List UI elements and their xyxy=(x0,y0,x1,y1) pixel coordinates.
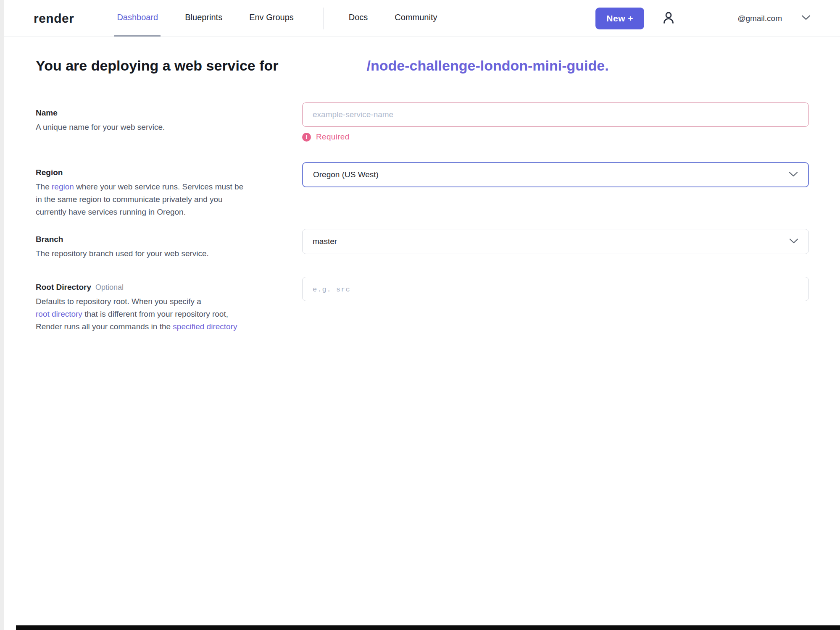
page-title: You are deploying a web service for/node… xyxy=(36,56,809,75)
region-doc-link[interactable]: region xyxy=(52,182,74,191)
root-directory-desc-text: Render runs all your commands in the xyxy=(36,322,173,331)
name-label: Name xyxy=(36,108,275,118)
redacted-username xyxy=(730,17,737,20)
region-field-info: Region The region where your web service… xyxy=(36,162,275,218)
page-title-text: You are deploying a web service for xyxy=(36,58,279,74)
name-description: A unique name for your web service. xyxy=(36,121,275,134)
branch-selected-value: master xyxy=(313,237,337,246)
user-menu-button[interactable] xyxy=(661,10,676,27)
root-directory-input[interactable] xyxy=(302,277,809,301)
branch-field-info: Branch The repository branch used for yo… xyxy=(36,229,275,260)
root-directory-label-text: Root Directory xyxy=(36,283,91,291)
region-desc-text: currently have services running in Orego… xyxy=(36,207,186,216)
name-error-text: Required xyxy=(316,132,350,142)
region-field-controls: Oregon (US West) xyxy=(302,162,809,218)
region-selected-value: Oregon (US West) xyxy=(313,170,379,179)
branch-select[interactable]: master xyxy=(302,229,809,254)
nav-item-docs[interactable]: Docs xyxy=(346,0,371,37)
nav-item-blueprints[interactable]: Blueprints xyxy=(182,0,225,37)
nav-item-env-groups[interactable]: Env Groups xyxy=(247,0,296,37)
nav-divider xyxy=(323,8,324,29)
account-dropdown[interactable]: @gmail.com xyxy=(730,14,811,23)
deploy-web-service-page: You are deploying a web service for/node… xyxy=(0,56,840,333)
region-select[interactable]: Oregon (US West) xyxy=(302,162,809,187)
root-directory-description: Defaults to repository root. When you sp… xyxy=(36,295,275,333)
optional-tag: Optional xyxy=(95,283,124,291)
region-desc-text: in the same region to communicate privat… xyxy=(36,195,223,204)
root-directory-field-info: Root DirectoryOptional Defaults to repos… xyxy=(36,277,275,333)
form-row-root-directory: Root DirectoryOptional Defaults to repos… xyxy=(36,277,809,333)
root-directory-desc-text: that is different from your repository r… xyxy=(82,310,228,318)
form-row-region: Region The region where your web service… xyxy=(36,162,809,218)
branch-field-controls: master xyxy=(302,229,809,260)
top-navigation: render Dashboard Blueprints Env Groups D… xyxy=(0,0,840,37)
region-label: Region xyxy=(36,168,275,177)
region-desc-text: where your web service runs. Services mu… xyxy=(74,182,243,191)
root-directory-desc-text: Defaults to repository root. When you sp… xyxy=(36,297,201,306)
user-icon xyxy=(661,10,676,27)
root-directory-doc-link[interactable]: root directory xyxy=(36,310,82,318)
nav-item-dashboard[interactable]: Dashboard xyxy=(114,0,161,37)
name-field-info: Name A unique name for your web service. xyxy=(36,102,275,142)
form-row-name: Name A unique name for your web service.… xyxy=(36,102,809,142)
account-email: @gmail.com xyxy=(737,14,782,23)
chevron-down-icon xyxy=(789,237,798,246)
repo-link[interactable]: /node-challenge-london-mini-guide. xyxy=(367,58,609,74)
exclamation-circle-icon: ! xyxy=(302,133,311,142)
root-directory-label: Root DirectoryOptional xyxy=(36,283,275,292)
form-row-branch: Branch The repository branch used for yo… xyxy=(36,229,809,260)
root-directory-field-controls xyxy=(302,277,809,333)
branch-description: The repository branch used for your web … xyxy=(36,247,275,260)
chevron-down-icon xyxy=(789,170,798,179)
screen-left-edge xyxy=(0,0,4,630)
branch-label: Branch xyxy=(36,235,275,244)
screen-bottom-edge xyxy=(16,625,840,630)
nav-item-community[interactable]: Community xyxy=(392,0,440,37)
deploy-form: Name A unique name for your web service.… xyxy=(36,102,809,333)
name-error: ! Required xyxy=(302,132,809,142)
specified-directory-doc-link[interactable]: specified directory xyxy=(173,322,237,331)
name-input[interactable] xyxy=(302,102,809,127)
render-logo[interactable]: render xyxy=(34,11,74,26)
region-desc-text: The xyxy=(36,182,52,191)
region-description: The region where your web service runs. … xyxy=(36,181,275,218)
name-field-controls: ! Required xyxy=(302,102,809,142)
new-button[interactable]: New + xyxy=(595,8,644,29)
chevron-down-icon xyxy=(801,15,811,22)
primary-nav: Dashboard Blueprints Env Groups Docs Com… xyxy=(114,0,461,37)
